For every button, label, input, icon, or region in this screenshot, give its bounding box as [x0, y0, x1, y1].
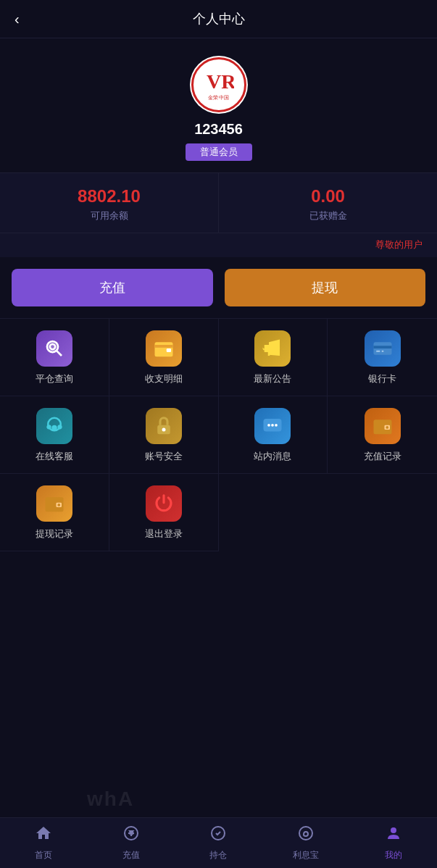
header: ‹ 个人中心 [0, 0, 437, 38]
svg-rect-11 [373, 346, 391, 349]
nav-item-home[interactable]: 首页 [0, 818, 88, 868]
svg-point-26 [386, 426, 388, 429]
menu-label-logout: 退出登录 [145, 527, 183, 541]
nav-label-position: 持仓 [209, 849, 227, 861]
menu-label-chongzhi: 充值记录 [364, 450, 401, 463]
svg-line-2 [57, 351, 62, 356]
username: 123456 [194, 121, 243, 138]
menu-item-anquan[interactable]: 账号安全 [109, 396, 219, 474]
menu-label-tixian: 提现记录 [36, 527, 73, 541]
available-amount: 8802.10 [78, 186, 141, 206]
svg-point-15 [51, 425, 57, 431]
svg-point-3 [50, 344, 56, 350]
available-label: 可用余额 [91, 209, 128, 222]
lixi-nav-icon [297, 825, 315, 846]
wallet-icon [146, 330, 182, 367]
menu-label-kefu: 在线客服 [36, 450, 73, 463]
wallet3-icon [36, 485, 72, 522]
nav-item-recharge[interactable]: ¥充值 [88, 818, 175, 868]
avatar: VR 金荣中国 [190, 56, 248, 114]
logo-icon: VR [204, 68, 234, 94]
nav-item-mine[interactable]: 我的 [349, 818, 437, 868]
search-icon [36, 330, 72, 367]
balance-section: 8802.10 可用余额 0.00 已获赠金 [0, 172, 437, 233]
svg-rect-5 [154, 345, 172, 348]
bonus-label: 已获赠金 [309, 209, 347, 222]
message-icon [254, 408, 291, 444]
menu-label-pingcang: 平仓查询 [36, 372, 73, 385]
available-balance: 8802.10 可用余额 [0, 173, 219, 233]
menu-item-gonggao[interactable]: 最新公告 [219, 319, 328, 396]
menu-item-tixian[interactable]: 提现记录 [0, 474, 109, 551]
svg-point-29 [57, 504, 60, 506]
nav-label-lixi: 利息宝 [293, 849, 319, 861]
bonus-amount: 0.00 [311, 186, 345, 206]
svg-marker-7 [265, 345, 269, 352]
mine-nav-icon [385, 825, 402, 846]
wallet2-icon [365, 408, 401, 444]
power-icon [146, 485, 182, 522]
svg-point-19 [162, 428, 165, 432]
recharge-button[interactable]: 充值 [12, 269, 213, 306]
svg-point-21 [268, 424, 271, 427]
profile-section: VR 金荣中国 123456 普通会员 [0, 38, 437, 172]
recharge-nav-icon: ¥ [122, 825, 140, 846]
member-badge: 普通会员 [186, 143, 252, 161]
bonus-balance: 0.00 已获赠金 [219, 173, 437, 233]
svg-point-17 [57, 425, 62, 429]
home-nav-icon [35, 825, 52, 846]
page-title: 个人中心 [193, 10, 245, 28]
headset-icon [36, 408, 72, 444]
menu-item-chongzhi[interactable]: 充值记录 [328, 396, 437, 474]
menu-item-kefu[interactable]: 在线客服 [0, 396, 109, 474]
action-buttons: 充值 提现 [0, 257, 437, 318]
content-spacer [0, 551, 437, 781]
menu-label-shouzhi: 收支明细 [145, 372, 183, 385]
menu-item-logout[interactable]: 退出登录 [109, 474, 219, 551]
menu-grid: 平仓查询收支明细最新公告银行卡在线客服账号安全站内消息充值记录提现记录退出登录 [0, 318, 437, 551]
svg-point-36 [391, 827, 396, 833]
menu-item-shouzhi[interactable]: 收支明细 [109, 319, 219, 396]
menu-item-pingcang[interactable]: 平仓查询 [0, 319, 109, 396]
nav-item-lixi[interactable]: 利息宝 [262, 818, 350, 868]
menu-label-yinhangka: 银行卡 [368, 372, 396, 385]
nav-label-recharge: 充值 [122, 849, 140, 861]
watermark-area: whA [0, 781, 437, 817]
svg-point-23 [275, 424, 278, 427]
logo-subtitle: 金荣中国 [208, 94, 230, 101]
svg-point-35 [299, 827, 312, 840]
back-button[interactable]: ‹ [14, 11, 20, 28]
card-icon [365, 330, 401, 367]
greeting-text: 尊敬的用户 [375, 239, 423, 250]
watermark-text: whA [87, 788, 134, 811]
svg-point-16 [46, 425, 51, 429]
menu-item-yinhangka[interactable]: 银行卡 [328, 319, 437, 396]
withdraw-button[interactable]: 提现 [225, 269, 426, 306]
menu-item-xiaoxi[interactable]: 站内消息 [219, 396, 328, 474]
nav-label-mine: 我的 [385, 849, 402, 861]
menu-label-anquan: 账号安全 [145, 450, 183, 463]
position-nav-icon [209, 825, 227, 846]
avatar-inner: VR 金荣中国 [191, 57, 246, 112]
svg-marker-8 [269, 340, 280, 356]
nav-label-home: 首页 [35, 849, 52, 861]
svg-rect-6 [166, 349, 170, 352]
bottom-nav: 首页¥充值持仓利息宝我的 [0, 817, 437, 868]
svg-text:¥: ¥ [129, 830, 133, 836]
svg-text:VR: VR [207, 70, 234, 93]
svg-point-22 [272, 424, 275, 427]
nav-item-position[interactable]: 持仓 [175, 818, 262, 868]
menu-label-gonggao: 最新公告 [254, 372, 291, 385]
megaphone-icon [254, 330, 291, 367]
greeting-row: 尊敬的用户 [0, 233, 437, 257]
menu-label-xiaoxi: 站内消息 [254, 450, 291, 463]
lock-icon [146, 408, 182, 444]
